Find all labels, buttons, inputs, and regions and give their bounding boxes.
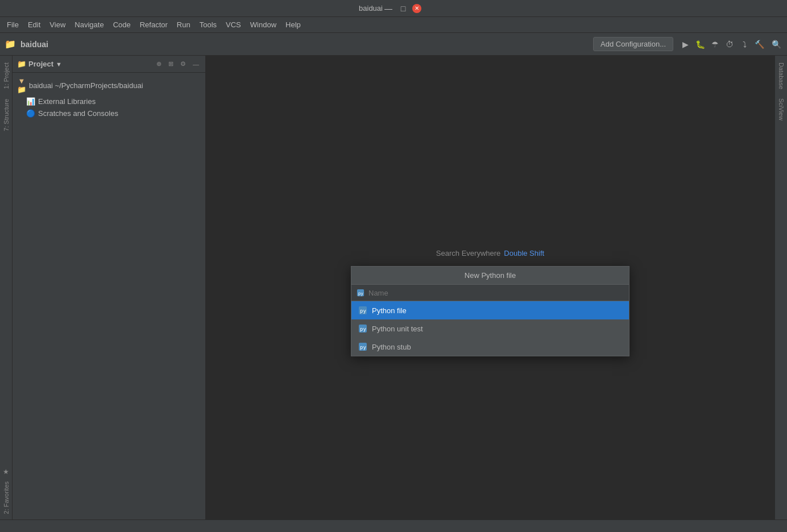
search-everywhere-icon[interactable]: 🔍 — [770, 38, 782, 51]
name-input-row: py — [351, 285, 629, 301]
dialog-item-label: Python stub — [372, 343, 411, 351]
svg-text:py: py — [360, 326, 366, 332]
status-bar — [0, 519, 787, 532]
dialog-item-label: Python unit test — [372, 325, 423, 333]
menu-run[interactable]: Run — [172, 18, 195, 31]
toolbar: 📁 baiduai Add Configuration... ▶ 🐛 ☂ ⏱ ⤵… — [0, 33, 787, 56]
menu-code[interactable]: Code — [109, 18, 135, 31]
menu-help[interactable]: Help — [281, 18, 305, 31]
project-title: baiduai — [20, 40, 48, 49]
svg-text:py: py — [358, 291, 364, 296]
project-panel-title: 📁 Project ▼ — [17, 60, 151, 68]
tree-item-label: Scratches and Consoles — [38, 109, 118, 118]
python-stub-icon: py — [358, 342, 367, 351]
project-dropdown-icon[interactable]: ▼ — [56, 61, 62, 68]
menu-refactor[interactable]: Refactor — [135, 18, 172, 31]
hide-icon[interactable]: — — [191, 60, 201, 69]
svg-text:py: py — [360, 344, 366, 350]
name-input[interactable] — [368, 289, 624, 297]
project-panel: 📁 Project ▼ ⊕ ⊞ ⚙ — ▼📁 baiduai ~/Pycharm… — [13, 56, 206, 532]
menu-vcs[interactable]: VCS — [221, 18, 246, 31]
window-title: baiduai — [359, 4, 383, 13]
sidebar-item-database[interactable]: Database — [776, 58, 786, 94]
menu-view[interactable]: View — [45, 18, 70, 31]
tree-item-label: External Libraries — [38, 97, 96, 106]
menu-bar: File Edit View Navigate Code Refactor Ru… — [0, 17, 787, 33]
library-icon: 📊 — [26, 97, 35, 106]
python-unit-test-icon: py — [358, 324, 367, 333]
star-icon: ★ — [3, 468, 9, 476]
maximize-button[interactable]: □ — [397, 3, 409, 14]
search-hint-key[interactable]: Double Shift — [504, 249, 544, 257]
minimize-button[interactable]: — — [383, 3, 394, 14]
settings-icon[interactable]: ⚙ — [179, 59, 188, 69]
search-hint: Search Everywhere Double Shift — [436, 249, 544, 257]
dialog-item-python-file[interactable]: py Python file — [351, 301, 629, 319]
dialog-item-python-stub[interactable]: py Python stub — [351, 338, 629, 356]
menu-navigate[interactable]: Navigate — [70, 18, 108, 31]
debug-icon[interactable]: 🐛 — [694, 38, 706, 51]
step-over-icon[interactable]: ⤵ — [738, 38, 751, 51]
dialog-item-python-unit-test[interactable]: py Python unit test — [351, 319, 629, 338]
tree-item-scratches[interactable]: 🔵 Scratches and Consoles — [13, 107, 205, 119]
sidebar-item-project[interactable]: 1: Project — [1, 58, 11, 93]
folder-icon: ▼📁 — [17, 77, 26, 94]
tree-item-baiduai[interactable]: ▼📁 baiduai ~/PycharmProjects/baiduai — [13, 75, 205, 95]
menu-window[interactable]: Window — [246, 18, 281, 31]
coverage-icon[interactable]: ☂ — [709, 38, 721, 51]
menu-tools[interactable]: Tools — [195, 18, 221, 31]
collapse-icon[interactable]: ⊞ — [167, 59, 175, 69]
main-layout: 1: Project 7: Structure 📁 Project ▼ ⊕ ⊞ … — [0, 56, 787, 532]
title-bar: baiduai — □ ✕ — [0, 0, 787, 17]
build-icon[interactable]: 🔨 — [753, 38, 765, 51]
add-configuration-button[interactable]: Add Configuration... — [593, 37, 673, 51]
tree-item-external-libraries[interactable]: 📊 External Libraries — [13, 95, 205, 107]
sidebar-item-favorites[interactable]: 2: Favorites — [1, 478, 11, 517]
search-hint-text: Search Everywhere — [436, 249, 500, 257]
svg-text:py: py — [360, 308, 366, 314]
scratch-icon: 🔵 — [26, 109, 35, 118]
tree-item-label: baiduai ~/PycharmProjects/baiduai — [29, 81, 143, 90]
window-controls: — □ ✕ — [383, 3, 428, 14]
editor-area: Search Everywhere Double Shift New Pytho… — [206, 56, 774, 532]
close-button[interactable]: ✕ — [412, 4, 421, 13]
python-file-icon-small: py — [356, 288, 365, 297]
project-panel-header: 📁 Project ▼ ⊕ ⊞ ⚙ — — [13, 56, 205, 73]
dialog-item-label: Python file — [372, 306, 407, 315]
dialog-title: New Python file — [351, 267, 629, 285]
python-file-icon: py — [358, 306, 367, 315]
sync-icon[interactable]: ⊕ — [155, 59, 163, 69]
folder-icon: 📁 — [5, 39, 16, 49]
menu-file[interactable]: File — [2, 18, 23, 31]
bottom-sidebar: 2: Favorites ★ — [0, 451, 13, 519]
right-sidebar: Database SciView — [774, 56, 787, 532]
menu-edit[interactable]: Edit — [23, 18, 45, 31]
sidebar-item-sciview[interactable]: SciView — [776, 94, 786, 125]
profile-icon[interactable]: ⏱ — [723, 38, 736, 51]
run-icon[interactable]: ▶ — [679, 38, 691, 51]
project-tree: ▼📁 baiduai ~/PycharmProjects/baiduai 📊 E… — [13, 73, 205, 532]
folder-small-icon: 📁 — [17, 60, 26, 68]
new-python-dialog: New Python file py py — [351, 266, 629, 356]
sidebar-item-structure[interactable]: 7: Structure — [1, 94, 11, 136]
